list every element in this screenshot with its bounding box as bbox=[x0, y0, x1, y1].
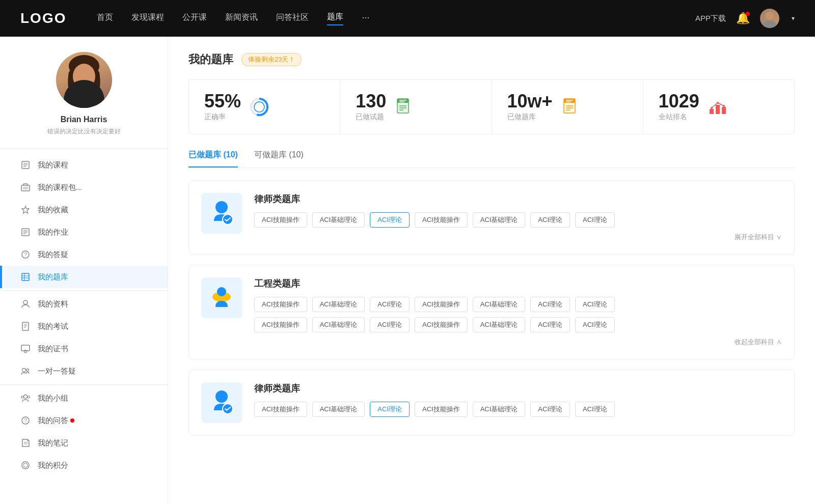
one-on-one-icon bbox=[20, 366, 31, 376]
qbank-tag[interactable]: ACI基础理论 bbox=[312, 297, 365, 312]
notification-dot bbox=[746, 12, 750, 16]
qbank-tag[interactable]: ACI理论 bbox=[530, 317, 570, 332]
collapse-engineer-button[interactable]: 收起全部科目 ∧ bbox=[254, 338, 782, 347]
stat-done-banks-icon bbox=[561, 97, 581, 117]
notification-bell[interactable]: 🔔 bbox=[736, 12, 750, 25]
sidebar-item-questions[interactable]: ? 我的问答 bbox=[0, 409, 168, 432]
qbank-card-engineer: 工程类题库 ACI技能操作 ACI基础理论 ACI理论 ACI技能操作 ACI基… bbox=[188, 265, 795, 359]
qbank-tag[interactable]: ACI基础理论 bbox=[312, 317, 365, 332]
stat-done-questions: 130 已做试题 bbox=[340, 80, 492, 134]
qbank-tag[interactable]: ACI基础理论 bbox=[473, 212, 526, 228]
content-inner: 我的题库 体验剩余23天！ 55% 正确率 bbox=[168, 37, 815, 451]
stats-row: 55% 正确率 130 已做试题 bbox=[188, 79, 795, 134]
sidebar-item-course-packages[interactable]: 我的课程包... bbox=[0, 176, 168, 199]
sidebar-item-homework[interactable]: 我的作业 bbox=[0, 221, 168, 243]
trial-badge: 体验剩余23天！ bbox=[241, 53, 302, 66]
qbank-tag[interactable]: ACI理论 bbox=[370, 297, 410, 312]
svg-rect-19 bbox=[22, 273, 29, 281]
qbank-tag[interactable]: ACI理论 bbox=[530, 402, 570, 417]
qbank-tag[interactable]: ACI基础理论 bbox=[312, 402, 365, 417]
svg-point-42 bbox=[23, 463, 28, 467]
avatar[interactable] bbox=[760, 9, 779, 28]
sidebar-item-courses[interactable]: 我的课程 bbox=[0, 154, 168, 176]
svg-rect-69 bbox=[213, 297, 230, 300]
svg-point-0 bbox=[766, 12, 774, 20]
qbank-tag[interactable]: ACI技能操作 bbox=[254, 212, 307, 228]
sidebar-profile: Brian Harris 错误的决定比没有决定要好 bbox=[0, 52, 168, 149]
qbank-card-lawyer2: 律师类题库 ACI技能操作 ACI基础理论 ACI理论 ACI技能操作 ACI基… bbox=[188, 370, 795, 436]
main-content: 我的题库 体验剩余23天！ 55% 正确率 bbox=[168, 37, 815, 504]
qbank-tag[interactable]: ACI理论 bbox=[530, 212, 570, 228]
qbank-tag[interactable]: ACI理论 bbox=[575, 402, 615, 417]
qbank-tag[interactable]: ACI理论 bbox=[530, 297, 570, 312]
svg-point-71 bbox=[215, 390, 228, 403]
svg-point-66 bbox=[215, 201, 228, 213]
qbank-tag[interactable]: ACI技能操作 bbox=[415, 297, 468, 312]
sidebar-item-exam[interactable]: 我的考试 bbox=[0, 315, 168, 338]
favorites-icon bbox=[20, 205, 31, 215]
svg-point-23 bbox=[23, 300, 28, 304]
nav-home[interactable]: 首页 bbox=[97, 12, 113, 25]
tabs: 已做题库 (10) 可做题库 (10) bbox=[188, 150, 795, 168]
sidebar-item-favorites[interactable]: 我的收藏 bbox=[0, 199, 168, 221]
qbank-tags-engineer-row1: ACI技能操作 ACI基础理论 ACI理论 ACI技能操作 ACI基础理论 AC… bbox=[254, 297, 782, 312]
qbank-icon-lawyer bbox=[201, 193, 242, 234]
nav-qa[interactable]: 问答社区 bbox=[276, 12, 309, 25]
qbank-tag[interactable]: ACI理论 bbox=[370, 317, 410, 332]
tab-done-banks[interactable]: 已做题库 (10) bbox=[188, 150, 238, 167]
sidebar-item-groups[interactable]: 我的小组 bbox=[0, 387, 168, 409]
page-title: 我的题库 bbox=[188, 52, 233, 67]
sidebar-item-points[interactable]: 我的积分 bbox=[0, 454, 168, 477]
nav-more[interactable]: ··· bbox=[362, 12, 369, 25]
svg-rect-5 bbox=[66, 95, 102, 108]
nav-open-course[interactable]: 公开课 bbox=[182, 12, 207, 25]
sidebar-item-one-on-one[interactable]: 一对一答疑 bbox=[0, 360, 168, 382]
qbank-tag[interactable]: ACI基础理论 bbox=[473, 297, 526, 312]
sidebar-item-certificate[interactable]: 我的证书 bbox=[0, 338, 168, 360]
svg-point-63 bbox=[711, 107, 713, 109]
user-dropdown-arrow[interactable]: ▾ bbox=[792, 15, 795, 22]
svg-rect-54 bbox=[564, 99, 575, 103]
qbank-tag[interactable]: ACI技能操作 bbox=[415, 212, 468, 228]
homework-label: 我的作业 bbox=[38, 228, 68, 237]
sidebar-item-qa[interactable]: ? 我的答疑 bbox=[0, 243, 168, 266]
questions-label: 我的问答 bbox=[38, 416, 68, 426]
qbank-tag[interactable]: ACI基础理论 bbox=[312, 212, 365, 228]
favorites-label: 我的收藏 bbox=[38, 205, 68, 215]
stat-done-banks-text: 10w+ 已做题库 bbox=[507, 92, 553, 122]
qbank-tag-active[interactable]: ACI理论 bbox=[370, 402, 410, 417]
qbank-tag[interactable]: ACI基础理论 bbox=[473, 317, 526, 332]
qbank-tag[interactable]: ACI技能操作 bbox=[254, 297, 307, 312]
stat-accuracy: 55% 正确率 bbox=[189, 80, 340, 134]
expand-lawyer-button[interactable]: 展开全部科目 ∨ bbox=[254, 233, 782, 242]
svg-rect-61 bbox=[716, 105, 720, 114]
exam-icon bbox=[20, 321, 31, 331]
svg-point-4 bbox=[73, 64, 95, 89]
qbank-tag[interactable]: ACI理论 bbox=[575, 317, 615, 332]
one-on-one-label: 一对一答疑 bbox=[38, 367, 76, 376]
qbank-tag[interactable]: ACI技能操作 bbox=[254, 402, 307, 417]
nav-news[interactable]: 新闻资讯 bbox=[225, 12, 258, 25]
layout: Brian Harris 错误的决定比没有决定要好 我的课程 bbox=[0, 37, 815, 504]
logo[interactable]: LOGO bbox=[20, 10, 66, 26]
qbank-tag[interactable]: ACI理论 bbox=[575, 212, 615, 228]
tab-available-banks[interactable]: 可做题库 (10) bbox=[254, 150, 304, 167]
qbank-tags-lawyer2: ACI技能操作 ACI基础理论 ACI理论 ACI技能操作 ACI基础理论 AC… bbox=[254, 402, 782, 417]
qbank-tag[interactable]: ACI技能操作 bbox=[415, 317, 468, 332]
qbank-tag-active[interactable]: ACI理论 bbox=[370, 212, 410, 228]
profile-label: 我的资料 bbox=[38, 299, 68, 309]
points-label: 我的积分 bbox=[38, 461, 68, 470]
homework-icon bbox=[20, 227, 31, 237]
sidebar-item-notes[interactable]: 我的笔记 bbox=[0, 432, 168, 454]
app-download-button[interactable]: APP下载 bbox=[695, 14, 726, 23]
sidebar-item-question-bank[interactable]: 我的题库 bbox=[0, 266, 168, 288]
qbank-tag[interactable]: ACI技能操作 bbox=[415, 402, 468, 417]
nav-qbank[interactable]: 题库 bbox=[327, 12, 343, 25]
sidebar-item-profile[interactable]: 我的资料 bbox=[0, 293, 168, 315]
qbank-tag[interactable]: ACI基础理论 bbox=[473, 402, 526, 417]
qbank-tag[interactable]: ACI技能操作 bbox=[254, 317, 307, 332]
nav-discover[interactable]: 发现课程 bbox=[131, 12, 164, 25]
qbank-tags-engineer-row2: ACI技能操作 ACI基础理论 ACI理论 ACI技能操作 ACI基础理论 AC… bbox=[254, 317, 782, 332]
qa-label: 我的答疑 bbox=[38, 250, 68, 260]
qbank-tag[interactable]: ACI理论 bbox=[575, 297, 615, 312]
